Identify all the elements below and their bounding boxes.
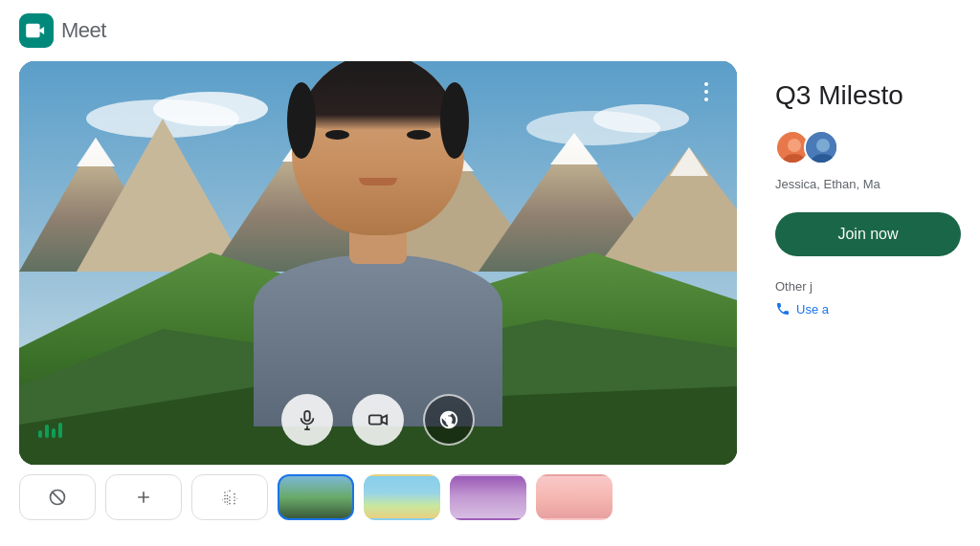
svg-marker-25 xyxy=(382,415,388,424)
header: Meet xyxy=(0,0,980,61)
logo-text: Meet xyxy=(61,18,106,43)
video-section xyxy=(19,61,737,520)
meeting-title: Q3 Milesto xyxy=(775,80,903,111)
meet-logo-icon xyxy=(19,13,54,48)
no-effect-button[interactable] xyxy=(19,474,96,520)
other-join-text: Other j xyxy=(775,279,813,294)
svg-line-28 xyxy=(52,491,63,503)
person-video xyxy=(234,101,522,426)
join-now-button[interactable]: Join now xyxy=(775,212,961,256)
dot-1 xyxy=(704,82,708,86)
camera-icon xyxy=(368,409,389,430)
add-icon xyxy=(134,488,153,507)
bg-purple-thumb[interactable] xyxy=(450,474,526,520)
svg-rect-24 xyxy=(369,415,382,424)
avatar-2-image xyxy=(806,132,838,164)
use-audio-link[interactable]: Use a xyxy=(775,301,829,317)
bg-pink-thumb[interactable] xyxy=(536,474,612,520)
right-panel: Q3 Milesto Jessica, Ethan, Ma Join now O… xyxy=(775,61,961,317)
use-audio-text: Use a xyxy=(796,302,829,317)
microphone-button[interactable] xyxy=(281,394,333,446)
blur-button[interactable] xyxy=(191,474,268,520)
effects-icon xyxy=(438,409,459,430)
svg-point-32 xyxy=(816,139,830,152)
camera-button[interactable] xyxy=(352,394,404,446)
dot-3 xyxy=(704,98,708,101)
svg-rect-21 xyxy=(304,411,310,421)
bg-mountains-thumb[interactable] xyxy=(278,474,354,520)
logo-area: Meet xyxy=(19,13,106,48)
main-content: Q3 Milesto Jessica, Ethan, Ma Join now O… xyxy=(0,61,980,520)
blur-icon xyxy=(220,488,239,507)
controls-bar xyxy=(19,394,737,446)
video-container xyxy=(19,61,737,465)
add-effect-button[interactable] xyxy=(105,474,182,520)
bg-beach-thumb[interactable] xyxy=(364,474,440,520)
participants-row xyxy=(775,130,838,164)
effects-button[interactable] xyxy=(423,394,475,446)
more-options-button[interactable] xyxy=(691,76,722,107)
no-effect-icon xyxy=(48,488,67,507)
phone-icon xyxy=(775,301,791,317)
participant-avatar-2 xyxy=(804,130,838,164)
svg-point-5 xyxy=(593,104,689,133)
participants-text: Jessica, Ethan, Ma xyxy=(775,176,880,193)
dot-2 xyxy=(704,90,708,94)
svg-point-30 xyxy=(788,139,801,152)
background-strip xyxy=(19,465,737,520)
mic-icon xyxy=(297,409,318,430)
